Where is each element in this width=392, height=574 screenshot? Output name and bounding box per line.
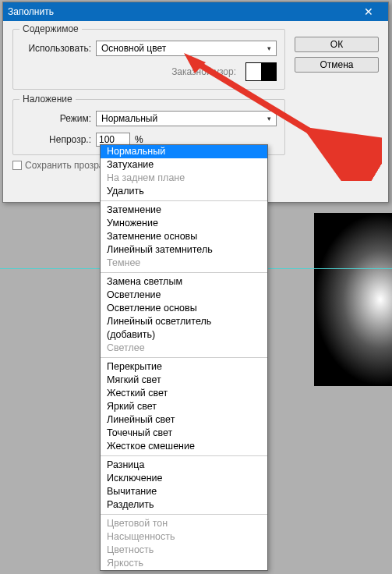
dropdown-item[interactable]: Яркий свет <box>101 400 267 413</box>
opacity-label: Непрозр.: <box>21 134 91 145</box>
dropdown-item[interactable]: Удалить <box>101 185 267 198</box>
dropdown-separator <box>101 357 267 358</box>
swatch-right <box>261 63 276 80</box>
use-combo[interactable]: Основной цвет ▾ <box>96 41 277 56</box>
ok-button[interactable]: ОК <box>295 37 379 52</box>
dropdown-item: Цветность <box>101 544 267 557</box>
dropdown-item[interactable]: Умножение <box>101 217 267 230</box>
mode-combo[interactable]: Нормальный ▾ <box>96 111 277 126</box>
chevron-down-icon: ▾ <box>263 43 274 54</box>
dropdown-item[interactable]: Перекрытие <box>101 360 267 374</box>
cancel-button[interactable]: Отмена <box>295 57 379 73</box>
dropdown-item: Яркость <box>101 557 267 570</box>
chevron-down-icon: ▾ <box>263 113 274 124</box>
dropdown-item[interactable]: Линейный осветлитель (добавить) <box>101 315 267 342</box>
dropdown-separator <box>101 514 267 515</box>
dropdown-item: Насыщенность <box>101 530 267 544</box>
dropdown-item[interactable]: Жесткий свет <box>101 387 267 400</box>
dropdown-separator <box>101 200 267 201</box>
dropdown-item[interactable]: Замена светлым <box>101 275 267 289</box>
dropdown-item: Цветовой тон <box>101 517 267 530</box>
dropdown-item[interactable]: Жесткое смешение <box>101 440 267 453</box>
opacity-unit: % <box>135 134 143 145</box>
dialog-title: Заполнить <box>8 2 54 21</box>
dropdown-item[interactable]: Затемнение <box>101 204 267 217</box>
dropdown-item[interactable]: Линейный затемнитель <box>101 243 267 257</box>
dropdown-item[interactable]: Линейный свет <box>101 413 267 427</box>
dropdown-item: Светлее <box>101 342 267 355</box>
dropdown-item[interactable]: Нормальный <box>101 145 267 158</box>
use-combo-value: Основной цвет <box>101 43 166 54</box>
dropdown-item[interactable]: Затемнение основы <box>101 230 267 243</box>
dropdown-item[interactable]: Вычитание <box>101 485 267 498</box>
mode-dropdown[interactable]: НормальныйЗатуханиеНа заднем планеУдалит… <box>100 144 268 571</box>
dropdown-item[interactable]: Затухание <box>101 158 267 172</box>
dropdown-item: На заднем плане <box>101 172 267 185</box>
content-group-title: Содержимое <box>19 23 82 34</box>
dropdown-item: Темнее <box>101 257 267 270</box>
dropdown-item[interactable]: Исключение <box>101 472 267 485</box>
dropdown-separator <box>101 455 267 456</box>
titlebar: Заполнить ✕ <box>3 2 388 21</box>
custom-pattern-label: Заказной узор: <box>171 66 236 77</box>
pattern-swatch[interactable] <box>245 62 277 81</box>
dropdown-item[interactable]: Осветление основы <box>101 302 267 315</box>
mode-combo-value: Нормальный <box>101 113 157 124</box>
dropdown-item[interactable]: Разделить <box>101 498 267 512</box>
dropdown-item[interactable]: Разница <box>101 459 267 472</box>
blend-group-title: Наложение <box>19 94 76 105</box>
dropdown-item[interactable]: Мягкий свет <box>101 374 267 387</box>
content-group: Содержимое Использовать: Основной цвет ▾… <box>12 29 285 90</box>
checkbox-box <box>12 161 22 170</box>
dropdown-item[interactable]: Точечный свет <box>101 427 267 440</box>
dropdown-item[interactable]: Осветление <box>101 289 267 302</box>
swatch-left <box>246 63 261 80</box>
close-button[interactable]: ✕ <box>354 2 383 21</box>
use-label: Использовать: <box>21 43 91 54</box>
dropdown-separator <box>101 272 267 273</box>
canvas-preview <box>314 213 392 386</box>
mode-label: Режим: <box>21 113 91 124</box>
